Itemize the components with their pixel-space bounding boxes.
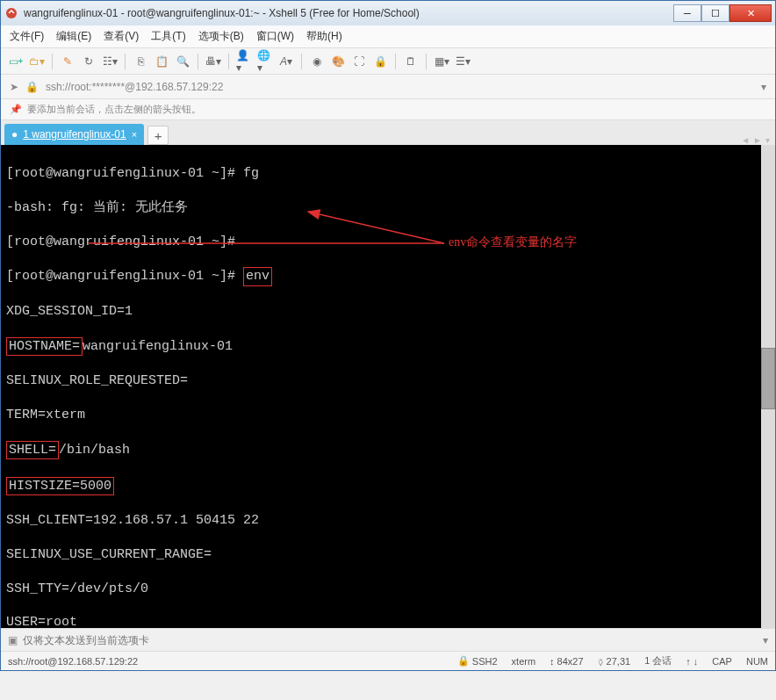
addressbar: ➤ 🔒 ssh://root:********@192.168.57.129:2… (1, 75, 775, 99)
shell-box: SHELL= (6, 441, 59, 459)
input-bar: ▣ ▾ (1, 628, 775, 651)
minimize-button[interactable]: ─ (673, 4, 701, 22)
menu-file[interactable]: 文件(F) (10, 29, 44, 44)
lock-toolbar-icon[interactable]: 🔒 (372, 54, 388, 69)
font-icon[interactable]: A▾ (278, 54, 294, 69)
fullscreen-icon[interactable]: ⛶ (351, 54, 367, 69)
address-url[interactable]: ssh://root:********@192.168.57.129:22 (46, 81, 223, 93)
menu-view[interactable]: 查看(V) (104, 29, 139, 44)
tab-close-icon[interactable]: × (132, 129, 137, 140)
input-dropdown-icon[interactable]: ▾ (763, 634, 768, 646)
status-term: xterm (512, 656, 536, 667)
terminal-line: SELINUX_USE_CURRENT_RANGE= (6, 546, 770, 563)
terminal-line: HISTSIZE=5000 (6, 477, 770, 495)
size-icon: ↕ (550, 656, 555, 667)
layout-icon[interactable]: ☰▾ (455, 54, 471, 69)
globe-icon[interactable]: 🌐▾ (257, 54, 273, 69)
net-up-icon: ↑ (686, 656, 691, 667)
paste-icon[interactable]: 📋 (154, 54, 169, 69)
tab-index: 1 (23, 128, 29, 141)
hostname-box: HOSTNAME= (6, 337, 83, 356)
ssh-lock-icon: 🔒 (457, 655, 470, 667)
lock-icon: 🔒 (25, 81, 39, 93)
command-input[interactable] (23, 634, 758, 646)
color-icon[interactable]: ◉ (309, 54, 325, 69)
histsize-box: HISTSIZE=5000 (6, 477, 114, 495)
menu-window[interactable]: 窗口(W) (256, 29, 294, 44)
toolbar: ▭+ 🗀▾ ✎ ↻ ☷▾ ⎘ 📋 🔍 🖶▾ 👤▾ 🌐▾ A▾ ◉ 🎨 ⛶ 🔒 🗒… (1, 48, 775, 75)
hintbar: 📌 要添加当前会话，点击左侧的箭头按钮。 (1, 99, 775, 120)
user-icon[interactable]: 👤▾ (236, 54, 252, 69)
status-pos: 27,31 (607, 656, 631, 667)
address-dropdown-icon[interactable]: ▾ (761, 81, 766, 93)
titlebar: wangruifenglinux-01 - root@wangruifengli… (1, 1, 775, 25)
find-icon[interactable]: 🔍 (175, 54, 190, 69)
tab-bullet-icon: ● (11, 128, 18, 141)
edit-icon[interactable]: ✎ (60, 54, 75, 69)
terminal-line: [root@wangruifenglinux-01 ~]# fg (6, 165, 770, 182)
menubar: 文件(F) 编辑(E) 查看(V) 工具(T) 选项卡(B) 窗口(W) 帮助(… (1, 25, 775, 48)
close-button[interactable]: ✕ (729, 4, 772, 22)
open-folder-icon[interactable]: 🗀▾ (29, 54, 45, 69)
new-session-icon[interactable]: ▭+ (8, 54, 24, 69)
tab-prev-icon[interactable]: ◄ (741, 135, 750, 145)
new-tab-button[interactable]: + (147, 126, 169, 145)
palette-icon[interactable]: 🎨 (330, 54, 346, 69)
status-connection: ssh://root@192.168.57.129:22 (8, 656, 443, 667)
env-command-box: env (243, 267, 272, 285)
session-tab[interactable]: ● 1 wangruifenglinux-01 × (4, 124, 144, 145)
tile-icon[interactable]: ▦▾ (434, 54, 449, 69)
svg-point-0 (6, 8, 17, 18)
tab-list-icon[interactable]: ▾ (765, 135, 770, 145)
menu-edit[interactable]: 编辑(E) (56, 29, 91, 44)
terminal-line: SELINUX_ROLE_REQUESTED= (6, 372, 770, 389)
status-protocol: SSH2 (472, 656, 498, 667)
terminal-line: TERM=xterm (6, 407, 770, 423)
reconnect-icon[interactable]: ↻ (81, 54, 97, 69)
terminal-line: SSH_CLIENT=192.168.57.1 50415 22 (6, 512, 770, 529)
status-size: 84x27 (557, 656, 584, 667)
pos-icon: ⎀ (598, 656, 604, 667)
status-cap: CAP (712, 656, 732, 667)
menu-tools[interactable]: 工具(T) (151, 29, 185, 44)
terminal[interactable]: [root@wangruifenglinux-01 ~]# fg -bash: … (1, 145, 775, 628)
menu-help[interactable]: 帮助(H) (306, 29, 342, 44)
tabbar: ● 1 wangruifenglinux-01 × + ◄ ► ▾ (1, 120, 775, 145)
terminal-line: HOSTNAME=wangruifenglinux-01 (6, 337, 770, 356)
tab-next-icon[interactable]: ► (753, 135, 762, 145)
scrollbar[interactable] (761, 145, 775, 628)
terminal-line: SHELL=/bin/bash (6, 441, 770, 459)
annotation-text: env命令查看变量的名字 (449, 235, 577, 250)
terminal-line: XDG_SESSION_ID=1 (6, 303, 770, 320)
status-sessions: 1 会话 (644, 654, 672, 668)
terminal-line: SSH_TTY=/dev/pts/0 (6, 581, 770, 597)
status-num: NUM (746, 656, 768, 667)
copy-icon[interactable]: ⎘ (133, 54, 148, 69)
pin-icon[interactable]: 📌 (10, 104, 22, 115)
terminal-line: -bash: fg: 当前: 无此任务 (6, 199, 770, 216)
net-down-icon: ↓ (693, 656, 699, 667)
terminal-line: [root@wangruifenglinux-01 ~]# (6, 234, 770, 250)
input-mode-icon[interactable]: ▣ (8, 634, 18, 646)
print-icon[interactable]: 🖶▾ (205, 54, 221, 69)
maximize-button[interactable]: ☐ (701, 4, 729, 22)
statusbar: ssh://root@192.168.57.129:22 🔒SSH2 xterm… (1, 651, 775, 670)
app-icon (4, 6, 18, 20)
menu-tab[interactable]: 选项卡(B) (198, 29, 244, 44)
properties-icon[interactable]: ☷▾ (102, 54, 118, 69)
calc-icon[interactable]: 🗒 (403, 54, 419, 69)
scrollbar-thumb[interactable] (761, 348, 775, 409)
terminal-line: [root@wangruifenglinux-01 ~]# env (6, 267, 770, 285)
arrow-icon[interactable]: ➤ (10, 81, 18, 93)
tab-label: wangruifenglinux-01 (32, 128, 126, 141)
hint-text: 要添加当前会话，点击左侧的箭头按钮。 (27, 103, 201, 116)
window-title: wangruifenglinux-01 - root@wangruifengli… (24, 7, 673, 19)
terminal-line: USER=root (6, 614, 770, 628)
